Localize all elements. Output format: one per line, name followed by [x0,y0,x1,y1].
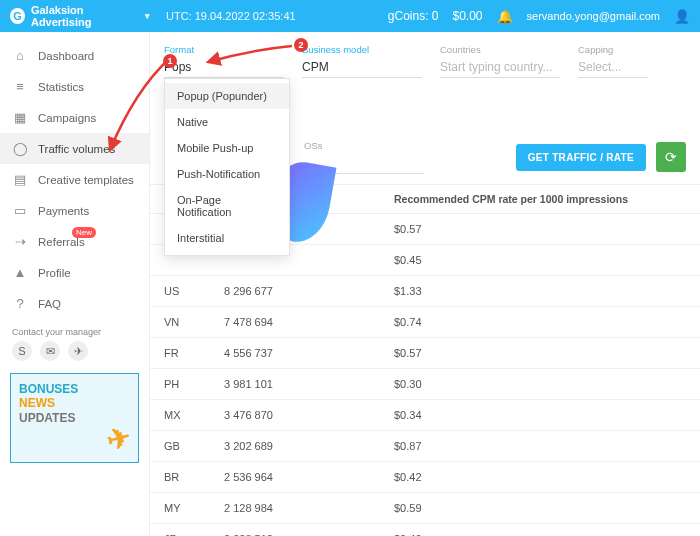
sidebar-item-label: FAQ [38,298,61,310]
cell-country: MX [150,400,210,431]
oss-label: OSs [304,140,424,151]
cell-cpm: $0.59 [380,493,700,524]
sidebar-item-dashboard[interactable]: ⌂Dashboard [0,40,149,71]
templates-icon: ▤ [12,172,28,187]
cell-country: US [150,276,210,307]
faq-icon: ? [12,296,28,311]
dropdown-item-native[interactable]: Native [165,109,289,135]
cell-impressions: 3 476 870 [210,400,380,431]
cell-cpm: $0.57 [380,338,700,369]
get-traffic-rate-button[interactable]: GET TRAFFIC / RATE [516,144,646,171]
cell-country: GB [150,431,210,462]
sidebar: ⌂Dashboard ≡Statistics ▦Campaigns ◯Traff… [0,32,150,536]
user-avatar-icon[interactable]: 👤 [674,9,690,24]
cell-country: JP [150,524,210,537]
main-content: Format Business model Countries Capping … [150,32,700,536]
th-cpm[interactable]: Recommended CPM rate per 1000 impression… [380,185,700,214]
sidebar-item-profile[interactable]: ▲Profile [0,257,149,288]
cell-cpm: $0.34 [380,400,700,431]
utc-time: UTC: 19.04.2022 02:35:41 [166,10,296,22]
table-row: JP2 038 512$0.40 [150,524,700,537]
logo-icon: G [10,8,25,24]
cell-impressions: 3 202 689 [210,431,380,462]
traffic-icon: ◯ [12,141,28,156]
table-row: VN7 478 694$0.74 [150,307,700,338]
dashboard-icon: ⌂ [12,48,28,63]
cell-impressions: 3 981 101 [210,369,380,400]
sidebar-item-referrals[interactable]: ⇢ReferralsNew [0,226,149,257]
sidebar-item-label: Creative templates [38,174,134,186]
cell-impressions: 7 478 694 [210,307,380,338]
capping-input[interactable] [578,57,648,78]
cell-country: FR [150,338,210,369]
cell-cpm: $0.42 [380,462,700,493]
user-email[interactable]: servando.yong@gmail.com [527,10,660,22]
cell-cpm: $0.30 [380,369,700,400]
table-row: FR4 556 737$0.57 [150,338,700,369]
promo-banner[interactable]: BONUSES NEWS UPDATES ✈ [10,373,139,463]
sidebar-item-payments[interactable]: ▭Payments [0,195,149,226]
referrals-icon: ⇢ [12,234,28,249]
cell-impressions: 2 536 964 [210,462,380,493]
cell-cpm: $0.74 [380,307,700,338]
cell-country: BR [150,462,210,493]
cell-cpm: $0.87 [380,431,700,462]
paper-plane-icon: ✈ [103,420,134,458]
table-row: GB3 202 689$0.87 [150,431,700,462]
mail-icon[interactable]: ✉ [40,341,60,361]
sidebar-item-label: Profile [38,267,71,279]
contact-icons: S ✉ ✈ [0,341,149,369]
chevron-down-icon: ▾ [145,11,150,21]
promo-line2: NEWS [19,396,130,410]
sidebar-item-traffic-volumes[interactable]: ◯Traffic volumes [0,133,149,164]
business-model-label: Business model [302,44,422,55]
brand-name: Galaksion Advertising [31,4,139,28]
campaigns-icon: ▦ [12,110,28,125]
skype-icon[interactable]: S [12,341,32,361]
brand-logo[interactable]: G Galaksion Advertising ▾ [10,4,150,28]
sidebar-item-creative-templates[interactable]: ▤Creative templates [0,164,149,195]
format-label: Format [164,44,284,55]
badge-new: New [72,227,96,238]
format-input[interactable] [164,57,284,78]
profile-icon: ▲ [12,265,28,280]
sidebar-item-label: Campaigns [38,112,96,124]
cell-cpm: $0.45 [380,245,700,276]
sidebar-item-label: Statistics [38,81,84,93]
cell-impressions: 8 296 677 [210,276,380,307]
sidebar-item-campaigns[interactable]: ▦Campaigns [0,102,149,133]
topbar-right: gCoins: 0 $0.00 🔔 servando.yong@gmail.co… [388,9,690,24]
dropdown-item-popup[interactable]: Popup (Popunder) [165,83,289,109]
promo-line1: BONUSES [19,382,130,396]
cell-cpm: $0.40 [380,524,700,537]
telegram-icon[interactable]: ✈ [68,341,88,361]
sidebar-item-label: Traffic volumes [38,143,115,155]
dropdown-item-push-notification[interactable]: Push-Notification [165,161,289,187]
countries-input[interactable] [440,57,560,78]
statistics-icon: ≡ [12,79,28,94]
refresh-button[interactable]: ⟳ [656,142,686,172]
capping-label: Capping [578,44,648,55]
cell-impressions: 4 556 737 [210,338,380,369]
cell-country: VN [150,307,210,338]
table-row: MX3 476 870$0.34 [150,400,700,431]
sidebar-item-faq[interactable]: ?FAQ [0,288,149,319]
cell-cpm: $1.33 [380,276,700,307]
dropdown-item-onpage-notification[interactable]: On-Page Notification [165,187,289,225]
dropdown-item-mobile-pushup[interactable]: Mobile Push-up [165,135,289,161]
sidebar-item-statistics[interactable]: ≡Statistics [0,71,149,102]
business-model-input[interactable] [302,57,422,78]
cell-impressions: 2 128 984 [210,493,380,524]
topbar: G Galaksion Advertising ▾ UTC: 19.04.202… [0,0,700,32]
annotation-number-2: 2 [294,38,308,52]
table-row: MY2 128 984$0.59 [150,493,700,524]
table-row: US8 296 677$1.33 [150,276,700,307]
balance: $0.00 [453,9,483,23]
annotation-number-1: 1 [163,54,177,68]
bell-icon[interactable]: 🔔 [497,9,513,24]
table-row: BR2 536 964$0.42 [150,462,700,493]
cell-impressions: 2 038 512 [210,524,380,537]
dropdown-item-interstitial[interactable]: Interstitial [165,225,289,251]
payments-icon: ▭ [12,203,28,218]
format-dropdown: Popup (Popunder) Native Mobile Push-up P… [164,78,290,256]
